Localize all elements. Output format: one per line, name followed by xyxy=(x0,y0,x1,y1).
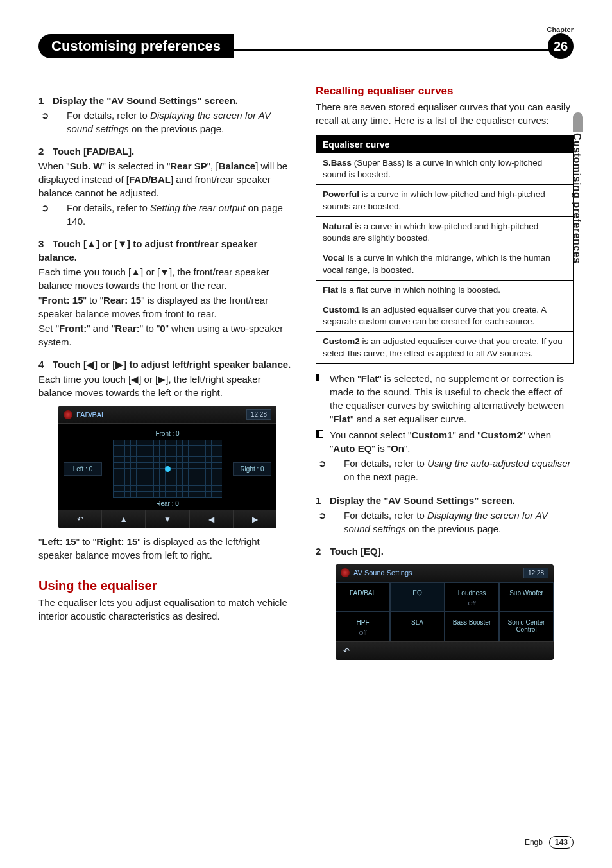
t: Sub. W xyxy=(70,161,103,171)
step4-head: 4Touch [◀] or [▶] to adjust left/right s… xyxy=(38,358,296,371)
recalling-heading: Recalling equaliser curves xyxy=(316,85,574,98)
fadbal-right: Right : 0 xyxy=(233,462,271,476)
av-cell-sonic-center[interactable]: Sonic Center Control xyxy=(499,612,554,641)
eq-row-flat: Flat is a flat curve in which nothing is… xyxy=(316,281,573,300)
t: S.Bass xyxy=(323,158,352,168)
step3-p2: "Front: 15" to "Rear: 15" is displayed a… xyxy=(38,293,296,320)
t: Natural xyxy=(323,221,353,231)
eq-row-custom1: Custom1 is an adjusted equaliser curve t… xyxy=(316,300,573,332)
note-flat: When "Flat" is selected, no supplement o… xyxy=(316,372,574,426)
t: is a curve in which the midrange, which … xyxy=(323,253,550,274)
step3-title: Touch [▲] or [▼] to adjust front/rear sp… xyxy=(38,238,257,263)
av-cell-subwoofer[interactable]: Sub Woofer xyxy=(499,582,554,612)
step2-ref-ital: Setting the rear output xyxy=(150,202,245,213)
step2-ref-prefix: For details, refer to xyxy=(67,202,150,213)
step1-ref-prefix: For details, refer to xyxy=(67,110,150,121)
footer-lang: Engb xyxy=(525,838,543,847)
note-custom-ref: ➲For details, refer to Using the auto-ad… xyxy=(330,456,574,483)
t: Sonic Center Control xyxy=(502,619,550,633)
step3-head: 3Touch [▲] or [▼] to adjust front/rear s… xyxy=(38,237,296,264)
t: Flat xyxy=(333,413,350,424)
step1-head: 1Display the "AV Sound Settings" screen. xyxy=(38,94,296,107)
fadbal-screenshot: FAD/BAL 12:28 Front : 0 Left : 0 Right :… xyxy=(58,406,276,528)
t: ". xyxy=(404,443,411,454)
t: is a flat curve in which nothing is boos… xyxy=(338,285,500,295)
left-column: 1Display the "AV Sound Settings" screen.… xyxy=(38,85,296,666)
t: Custom2 xyxy=(481,430,522,440)
av-cell-sla[interactable]: SLA xyxy=(390,612,445,641)
fadbal-title: FAD/BAL xyxy=(76,411,105,419)
step3-num: 3 xyxy=(38,237,53,250)
r-step2-title: Touch [EQ]. xyxy=(330,546,384,557)
eq-row-vocal: Vocal is a curve in which the midrange, … xyxy=(316,248,573,280)
note-custom: You cannot select "Custom1" and "Custom2… xyxy=(316,428,574,485)
step3-p1: Each time you touch [▲] or [▼], the fron… xyxy=(38,265,296,292)
t: Vocal xyxy=(323,253,345,263)
ref-arrow-icon: ➲ xyxy=(331,508,344,522)
title-divider xyxy=(234,49,549,51)
fadbal-left: Left : 0 xyxy=(64,462,102,476)
page-number: 143 xyxy=(549,836,574,849)
right-column: Recalling equaliser curves There are sev… xyxy=(316,85,574,666)
av-cell-hpf[interactable]: HPFOff xyxy=(336,612,390,641)
using-equaliser-para: The equaliser lets you adjust equalisati… xyxy=(38,596,296,623)
av-cell-fadbal[interactable]: FAD/BAL xyxy=(336,582,390,612)
fadbal-back-button[interactable]: ↶ xyxy=(58,510,102,528)
av-cell-bass-booster[interactable]: Bass Booster xyxy=(445,612,499,641)
t: Using the auto-adjusted equaliser xyxy=(427,458,570,469)
r-step1-title: Display the "AV Sound Settings" screen. xyxy=(330,495,515,506)
eq-row-natural: Natural is a curve in which low-pitched … xyxy=(316,217,573,248)
svg-rect-1 xyxy=(316,374,319,381)
t: Custom1 xyxy=(323,305,360,315)
t: Front: 15 xyxy=(42,295,83,306)
step4-num: 4 xyxy=(38,358,53,371)
fadbal-right-button[interactable]: ▶ xyxy=(234,510,276,528)
t: 0 xyxy=(160,323,165,334)
side-tab: Customising preferences xyxy=(571,112,585,264)
gear-icon xyxy=(64,410,72,419)
r-step1-num: 1 xyxy=(316,494,330,507)
step1-ref: ➲For details, refer to Displaying the sc… xyxy=(38,108,296,135)
t: When " xyxy=(330,373,361,384)
av-cell-loudness[interactable]: LoudnessOff xyxy=(445,582,499,612)
fadbal-up-button[interactable]: ▲ xyxy=(102,510,146,528)
t: Rear: 15 xyxy=(103,295,141,306)
t: " and a set equaliser curve. xyxy=(350,413,466,424)
t: " and " xyxy=(87,323,115,334)
t: Left: 15 xyxy=(42,536,76,547)
av-back-button[interactable]: ↶ xyxy=(336,641,554,660)
t: Set " xyxy=(38,323,59,334)
recalling-intro: There are seven stored equaliser curves … xyxy=(316,100,574,127)
ref-arrow-icon: ➲ xyxy=(54,108,67,122)
t: HPF xyxy=(339,619,387,626)
fadbal-left-button[interactable]: ◀ xyxy=(190,510,234,528)
t: " to " xyxy=(83,295,104,306)
t: Custom1 xyxy=(411,430,452,440)
ref-arrow-icon: ➲ xyxy=(331,456,344,470)
side-tab-handle xyxy=(573,112,583,132)
av-cell-eq[interactable]: EQ xyxy=(390,582,445,612)
t: For details, refer to xyxy=(344,458,427,469)
step2-ref: ➲For details, refer to Setting the rear … xyxy=(38,201,296,228)
t: Right: 15 xyxy=(96,536,137,547)
t: " and " xyxy=(453,430,481,440)
t: " is selected in " xyxy=(103,161,171,171)
note-bullet-icon xyxy=(316,372,325,426)
step1-title: Display the "AV Sound Settings" screen. xyxy=(53,95,238,106)
fadbal-down-button[interactable]: ▼ xyxy=(146,510,189,528)
eq-row-powerful: Powerful is a curve in which low-pitched… xyxy=(316,185,573,216)
fadbal-clock: 12:28 xyxy=(246,409,271,420)
fadbal-front: Front : 0 xyxy=(64,430,271,437)
eq-row-sbass: S.Bass (Super Bass) is a curve in which … xyxy=(316,153,573,185)
t: " to " xyxy=(140,323,160,334)
page-title-row: Customising preferences 26 xyxy=(38,33,574,59)
step2-title: Touch [FAD/BAL]. xyxy=(53,146,134,157)
t: You cannot select " xyxy=(330,430,411,440)
t: Off xyxy=(448,600,496,607)
t: For details, refer to xyxy=(344,510,427,521)
t: Flat xyxy=(323,285,338,295)
t: Sub Woofer xyxy=(502,589,550,596)
t: FAD/BAL xyxy=(339,589,387,596)
t: (Super Bass) is a curve in which only lo… xyxy=(323,158,542,179)
t: Off xyxy=(339,630,387,636)
